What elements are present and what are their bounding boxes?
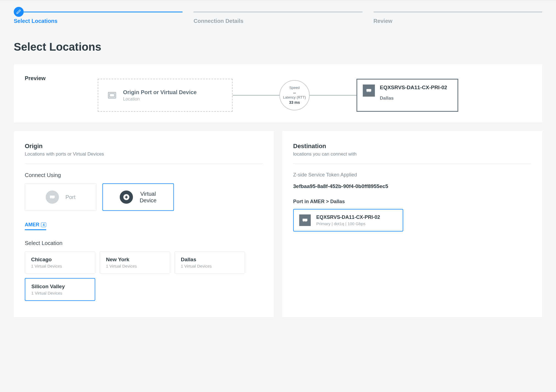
destination-box: EQXSRVS-DA11-CX-PRI-02 Dallas bbox=[356, 79, 458, 112]
location-name: New York bbox=[106, 257, 164, 263]
connection-line bbox=[233, 95, 279, 96]
step-label: Review bbox=[374, 18, 542, 24]
location-sub: 1 Virtual Devices bbox=[31, 291, 89, 295]
location-card-new-york[interactable]: New York 1 Virtual Devices bbox=[100, 251, 170, 274]
step-connection-details[interactable]: Connection Details bbox=[193, 12, 362, 24]
origin-title: Origin bbox=[25, 143, 263, 150]
step-review[interactable]: Review bbox=[374, 12, 542, 24]
location-sub: 1 Virtual Devices bbox=[106, 264, 164, 268]
speed-value: -- bbox=[293, 90, 296, 95]
ethernet-port-icon bbox=[299, 214, 311, 226]
port-name: EQXSRVS-DA11-CX-PRI-02 bbox=[316, 214, 380, 220]
step-label: Connection Details bbox=[193, 18, 362, 24]
token-label: Z-side Service Token Applied bbox=[293, 172, 531, 178]
origin-panel: Origin Locations with ports or Virtual D… bbox=[14, 131, 274, 317]
connect-option-virtual-device[interactable]: VirtualDevice bbox=[102, 183, 174, 211]
origin-placeholder-title: Origin Port or Virtual Device bbox=[123, 89, 197, 96]
ethernet-port-icon bbox=[46, 190, 59, 204]
destination-title: Destination bbox=[293, 143, 531, 150]
stepper: Select Locations Connection Details Revi… bbox=[0, 0, 556, 24]
destination-subtitle: locations you can connect with bbox=[293, 151, 531, 157]
latency-value: 33 ms bbox=[289, 100, 300, 105]
location-name: Silicon Valley bbox=[31, 284, 89, 290]
location-sub: 1 Virtual Devices bbox=[31, 264, 89, 268]
origin-subtitle: Locations with ports or Virtual Devices bbox=[25, 151, 263, 157]
select-location-label: Select Location bbox=[25, 240, 263, 246]
browser-window-icon bbox=[107, 90, 118, 101]
destination-location: Dallas bbox=[380, 96, 447, 101]
latency-badge: Speed -- Latency (RTT) 33 ms bbox=[279, 80, 310, 110]
virtual-device-icon bbox=[120, 190, 133, 204]
region-tab-amer[interactable]: AMER 4 bbox=[25, 222, 46, 230]
location-name: Chicago bbox=[31, 257, 89, 263]
destination-panel: Destination locations you can connect wi… bbox=[282, 131, 542, 317]
origin-placeholder-box: Origin Port or Virtual Device Location bbox=[98, 79, 233, 112]
ethernet-port-icon bbox=[363, 85, 375, 97]
pencil-icon bbox=[14, 7, 24, 17]
region-tab-label: AMER bbox=[25, 222, 39, 228]
location-name: Dallas bbox=[181, 257, 239, 263]
destination-port-card[interactable]: EQXSRVS-DA11-CX-PRI-02 Primary | dot1q |… bbox=[293, 209, 403, 232]
option-label: VirtualDevice bbox=[140, 190, 156, 204]
step-label: Select Locations bbox=[14, 18, 182, 24]
preview-card: Preview Origin Port or Virtual Device Lo… bbox=[14, 64, 542, 123]
speed-label: Speed bbox=[289, 86, 300, 90]
token-value: 3efbaa95-8a8f-452b-90f4-0b0ff8955ec5 bbox=[293, 183, 531, 189]
location-card-chicago[interactable]: Chicago 1 Virtual Devices bbox=[25, 251, 95, 274]
port-sub: Primary | dot1q | 100 Gbps bbox=[316, 221, 380, 226]
connect-using-label: Connect Using bbox=[25, 172, 263, 178]
destination-name: EQXSRVS-DA11-CX-PRI-02 bbox=[380, 85, 447, 91]
connect-option-port[interactable]: Port bbox=[25, 183, 96, 211]
region-count-badge: 4 bbox=[41, 222, 46, 227]
step-select-locations[interactable]: Select Locations bbox=[14, 12, 182, 24]
svg-rect-1 bbox=[110, 94, 115, 97]
location-card-dallas[interactable]: Dallas 1 Virtual Devices bbox=[175, 251, 245, 274]
option-label: Port bbox=[66, 194, 76, 200]
location-card-silicon-valley[interactable]: Silicon Valley 1 Virtual Devices bbox=[25, 278, 95, 301]
location-sub: 1 Virtual Devices bbox=[181, 264, 239, 268]
connection-line bbox=[310, 95, 356, 96]
page-title: Select Locations bbox=[0, 24, 556, 64]
port-path: Port in AMER > Dallas bbox=[293, 199, 531, 205]
origin-placeholder-sub: Location bbox=[123, 97, 197, 102]
latency-label: Latency (RTT) bbox=[283, 95, 306, 100]
